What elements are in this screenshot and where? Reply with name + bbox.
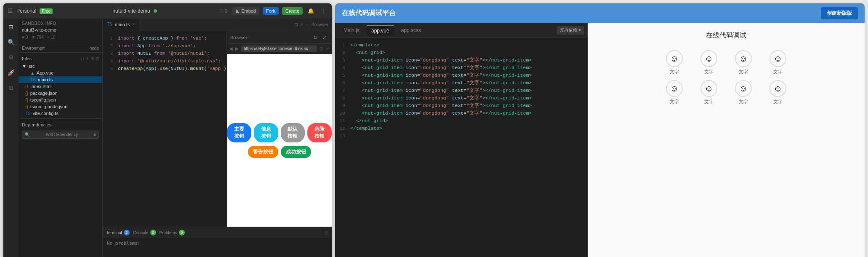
- main-ts-file[interactable]: TS main.ts: [19, 76, 102, 83]
- preview-panel: 在线代码调试 ☺ 文字 ☺ 文字 ☺ 文字 ☺ 文字: [588, 23, 865, 257]
- terminal-tab[interactable]: Terminal 2: [106, 230, 130, 236]
- code-editor[interactable]: 12345 import { createApp } from 'vue'; i…: [103, 31, 226, 227]
- app-scss-tab[interactable]: app.scss: [396, 26, 426, 35]
- fork-button[interactable]: Fork: [263, 7, 279, 15]
- terminal-content: No problems!: [103, 238, 332, 249]
- html-icon: H: [25, 84, 28, 89]
- warning-btn[interactable]: 警告按钮: [248, 146, 278, 158]
- tsconfig-json-file[interactable]: {} tsconfig.json: [19, 96, 102, 103]
- create-button[interactable]: Create: [282, 7, 303, 15]
- status-dot: [154, 9, 157, 13]
- browser-nav: ◀ ▶ https://09yj90.sse.codesandbox.io/ ⬡…: [227, 44, 332, 54]
- deploy-icon[interactable]: 🚀: [6, 67, 16, 78]
- split-icon[interactable]: ⊡: [294, 22, 298, 27]
- icon-grid: ☺ 文字 ☺ 文字 ☺ 文字 ☺ 文字 ☺ 文字: [660, 50, 793, 105]
- button-row-2: 警告按钮 成功按钮: [248, 146, 311, 158]
- app-vue-tab[interactable]: app.vue: [366, 25, 394, 35]
- more-icon[interactable]: ⋮: [319, 7, 327, 15]
- default-btn[interactable]: 默认按钮: [281, 123, 305, 142]
- main-js-tab[interactable]: Main.js: [338, 26, 365, 35]
- search-dep-icon: 🔍: [25, 132, 30, 137]
- open-new-icon[interactable]: ⤢: [321, 34, 328, 41]
- vue-icon: ▲: [30, 71, 35, 75]
- grid-icon-4: ☺: [769, 50, 786, 67]
- app-vue-file[interactable]: ▲ App.vue: [19, 70, 102, 76]
- new-tab-icon[interactable]: ⬡: [320, 46, 323, 51]
- new-folder-icon[interactable]: ⊞: [91, 56, 94, 61]
- files-icon[interactable]: ⊟: [6, 22, 16, 32]
- icon-label-2: 文字: [704, 69, 714, 75]
- success-btn[interactable]: 成功按钮: [281, 146, 311, 158]
- new-file-icon[interactable]: +: [86, 56, 89, 61]
- dep-button[interactable]: 现有依赖 ▾: [557, 26, 584, 35]
- sandbox-info-label[interactable]: Sandbox Info: [22, 21, 99, 26]
- bell-icon[interactable]: 🔔: [306, 7, 316, 15]
- external-link-icon[interactable]: ⤢: [326, 46, 329, 51]
- left-panel: ☰ Personal Free nutui3-vite-demo ♡ 0 ⊞ E…: [3, 3, 332, 257]
- editor-layout: ⊟ 🔍 ⚙ 🚀 ⊞ Sandbox Info nutui3-vite-demo …: [3, 19, 332, 257]
- code-tabs-right: Main.js app.vue app.scss 现有依赖 ▾: [335, 23, 588, 38]
- workspace-label: Personal: [16, 8, 36, 14]
- npm-icon[interactable]: ⊞: [6, 83, 16, 93]
- settings-icon[interactable]: ⚙: [6, 52, 16, 62]
- views-count: 👁 794: [31, 35, 43, 40]
- more-tab-icon[interactable]: ⋯: [305, 22, 310, 27]
- deps-section: Dependencies 🔍 Add Dependency ≡: [19, 118, 102, 142]
- env-label: Environment node: [22, 46, 99, 51]
- code-area: TS main.ts × ⊡ ⤢ ⋯ Browser 12345: [103, 19, 332, 257]
- console-badge: 0: [150, 230, 156, 236]
- main-ts-tab[interactable]: TS main.ts ×: [103, 19, 139, 31]
- refresh-icon[interactable]: ↻: [312, 34, 319, 41]
- forks-count: ⑂ 10: [47, 35, 56, 40]
- grid-icon-5: ☺: [666, 80, 683, 97]
- package-json-file[interactable]: {} package.json: [19, 90, 102, 96]
- browser-content: 主要按钮 信息按钮 默认按钮 危险按钮 警告按钮 成功按钮: [227, 54, 332, 227]
- preview-title: 在线代码调试: [706, 31, 746, 40]
- editor-tabs: TS main.ts × ⊡ ⤢ ⋯ Browser: [103, 19, 332, 31]
- embed-button[interactable]: ⊞ Embed: [232, 7, 259, 15]
- stats-row: ♥ 0 👁 794 ⑂ 10: [22, 35, 99, 40]
- project-name-label: nutui3-vite-demo: [22, 27, 99, 32]
- index-html-file[interactable]: H index.html: [19, 83, 102, 90]
- icon-label-1: 文字: [670, 69, 679, 75]
- create-new-button[interactable]: 创建新版版: [821, 7, 858, 19]
- json-icon3: {}: [25, 104, 28, 109]
- terminal-tabs: Terminal 2 Console 0 Problems 0 ▽: [103, 227, 332, 238]
- grid-icon-8: ☺: [769, 80, 786, 97]
- icon-cell-7: ☺ 文字: [729, 80, 758, 105]
- tab-close-btn[interactable]: ×: [132, 22, 135, 27]
- problems-tab[interactable]: Problems 0: [160, 230, 185, 236]
- browser-header: Browser ↻ ⤢: [227, 31, 332, 44]
- grid-icon-7: ☺: [735, 80, 752, 97]
- icon-cell-5: ☺ 文字: [660, 80, 689, 105]
- heart-icon[interactable]: ♡ 0: [217, 7, 229, 15]
- problems-badge: 0: [179, 230, 185, 236]
- console-tab[interactable]: Console 0: [133, 230, 156, 236]
- terminal-chevron[interactable]: ▽: [325, 230, 328, 236]
- url-bar[interactable]: https://09yj90.sse.codesandbox.io/: [241, 46, 317, 52]
- list-icon: ≡: [93, 132, 96, 137]
- forward-arrow[interactable]: ▶: [235, 46, 239, 51]
- right-panel: 在线代码调试平台 创建新版版 Main.js app.vue app.scss …: [335, 3, 865, 257]
- grid-icon-6: ☺: [700, 80, 717, 97]
- info-btn[interactable]: 信息按钮: [254, 123, 278, 142]
- vite-config-file[interactable]: TS vite.config.ts: [19, 110, 102, 117]
- terminal-badge: 2: [124, 230, 130, 236]
- sort-icon[interactable]: ↓↑: [80, 56, 85, 61]
- tsconfig-node-file[interactable]: {} tsconfig.node.json: [19, 103, 102, 110]
- right-content: Main.js app.vue app.scss 现有依赖 ▾ 12345 67…: [335, 23, 865, 257]
- button-row-1: 主要按钮 信息按钮 默认按钮 危险按钮: [227, 123, 332, 142]
- src-folder[interactable]: ▼ src: [19, 63, 102, 70]
- back-arrow[interactable]: ◀: [229, 46, 233, 51]
- no-problems-text: No problems!: [107, 241, 140, 246]
- code-editor-right[interactable]: 12345 678910 111213 <template> <nut-grid…: [335, 38, 588, 257]
- icon-label-7: 文字: [739, 99, 748, 105]
- hamburger-icon[interactable]: ☰: [8, 8, 13, 14]
- danger-btn[interactable]: 危险按钮: [307, 123, 332, 142]
- collapse-icon[interactable]: ⊟: [96, 56, 99, 61]
- add-dep-label: Add Dependency: [45, 132, 78, 137]
- expand-icon[interactable]: ⤢: [300, 22, 304, 27]
- search-icon[interactable]: 🔍: [6, 37, 16, 47]
- primary-btn[interactable]: 主要按钮: [227, 123, 251, 142]
- add-dependency-input[interactable]: 🔍 Add Dependency ≡: [22, 131, 99, 139]
